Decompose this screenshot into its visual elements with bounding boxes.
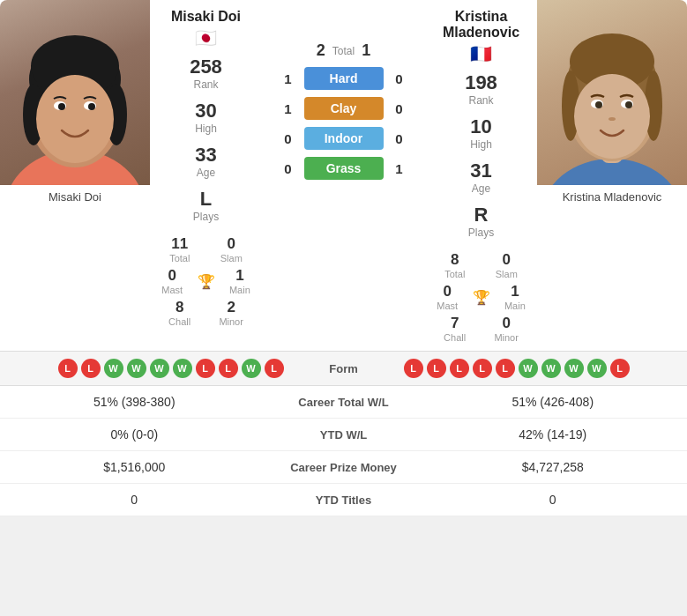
stats-row-left-val: 51% (398-380) (13, 395, 256, 409)
form-badge-right: W (564, 359, 584, 378)
right-slam: 0 Slam (496, 251, 518, 279)
clay-right-score: 0 (391, 101, 408, 116)
center-panel: 2 Total 1 1 Hard 0 1 Clay 0 0 Indoor (262, 0, 425, 351)
clay-button[interactable]: Clay (304, 97, 384, 120)
right-rank-num: 198 (465, 71, 497, 94)
left-total-num: 11 (169, 235, 190, 253)
stats-row-right-val: $4,727,258 (432, 460, 675, 474)
left-chall-num: 8 (168, 299, 190, 316)
left-main-num: 1 (229, 267, 250, 285)
left-player-photo (0, 0, 150, 185)
form-badge-left: W (127, 359, 146, 378)
left-slam-num: 0 (220, 235, 243, 253)
right-slam-num: 0 (496, 251, 518, 269)
total-label: Total (332, 45, 355, 57)
right-slam-lbl: Slam (496, 269, 518, 279)
svg-point-11 (88, 103, 95, 110)
left-rank-label: Rank (190, 78, 222, 91)
court-row-grass: 0 Grass 1 (262, 157, 425, 180)
left-mast-num: 0 (161, 267, 183, 285)
left-age-num: 33 (195, 144, 216, 167)
right-main-lbl: Main (504, 301, 526, 311)
stats-row-center-label: Career Prize Money (256, 461, 432, 474)
form-badge-right: L (404, 359, 423, 378)
left-high-block: 30 High (195, 100, 217, 135)
form-badge-left: W (150, 359, 169, 378)
left-minor: 2 Minor (219, 299, 243, 327)
left-mast: 0 Mast (161, 267, 183, 295)
left-chall: 8 Chall (168, 299, 190, 327)
right-mast-lbl: Mast (437, 301, 458, 311)
left-mast-row: 0 Mast 🏆 1 Main (154, 267, 258, 295)
clay-left-score: 1 (280, 101, 297, 116)
right-player-photo-col: Kristina Mladenovic (537, 0, 687, 351)
form-badge-left: L (219, 359, 238, 378)
form-badge-left: L (81, 359, 101, 378)
right-rank-block: 198 Rank (465, 71, 497, 107)
right-high-label: High (470, 138, 492, 151)
left-minor-lbl: Minor (219, 316, 243, 327)
left-age-block: 33 Age (195, 144, 216, 179)
indoor-left-score: 0 (280, 131, 297, 146)
left-plays-val: L (193, 188, 219, 211)
left-main: 1 Main (229, 267, 250, 295)
form-badge-left: L (265, 359, 284, 378)
right-stats-panel: Kristina Mladenovic 🇫🇷 198 Rank 10 High … (425, 0, 537, 351)
form-badge-left: W (242, 359, 261, 378)
trophy-icon-right: 🏆 (473, 289, 490, 306)
stats-row-right-val: 42% (14-19) (432, 427, 675, 442)
hard-button[interactable]: Hard (304, 67, 384, 90)
form-right: LLLLLWWWWL (404, 359, 679, 378)
left-age-label: Age (195, 167, 216, 179)
left-main-lbl: Main (229, 285, 250, 295)
right-high-num: 10 (470, 115, 492, 138)
left-slam: 0 Slam (220, 235, 243, 263)
left-mast-lbl: Mast (161, 285, 183, 295)
form-badge-right: L (427, 359, 446, 378)
stats-row-center-label: YTD W/L (256, 428, 432, 442)
svg-point-10 (58, 103, 65, 110)
left-slam-lbl: Slam (220, 253, 243, 263)
right-player-name: Kristina Mladenovic (429, 9, 533, 41)
form-badge-right: W (587, 359, 607, 378)
right-flag: 🇫🇷 (429, 43, 533, 64)
left-plays-label: Plays (193, 211, 219, 223)
right-player-name-below: Kristina Mladenovic (537, 185, 687, 207)
form-badge-right: L (450, 359, 469, 378)
right-mast-row: 0 Mast 🏆 1 Main (429, 283, 533, 311)
left-score: 2 (317, 41, 325, 60)
left-high-num: 30 (195, 100, 217, 122)
left-player-name-below: Misaki Doi (0, 185, 150, 207)
right-plays-label: Plays (468, 226, 494, 239)
right-minor-lbl: Minor (494, 332, 519, 343)
left-minor-num: 2 (219, 299, 243, 316)
form-badge-left: L (196, 359, 215, 378)
stats-row-right-val: 0 (432, 493, 675, 507)
left-chall-lbl: Chall (168, 316, 190, 327)
right-mast: 0 Mast (437, 283, 458, 311)
left-rank-num: 258 (190, 56, 222, 78)
right-stats-row1: 8 Total 0 Slam (429, 251, 533, 279)
grass-left-score: 0 (280, 161, 297, 176)
right-high-block: 10 High (470, 115, 492, 151)
stats-row: $1,516,000Career Prize Money$4,727,258 (0, 451, 687, 484)
svg-point-22 (595, 101, 602, 108)
right-stats-row3: 7 Chall 0 Minor (429, 315, 533, 343)
middle-section: Misaki Doi 🇯🇵 258 Rank 30 High 33 Age (150, 0, 537, 351)
hard-right-score: 0 (391, 71, 408, 86)
right-score: 1 (362, 41, 370, 60)
left-player-photo-col: Misaki Doi (0, 0, 150, 351)
right-plays-val: R (468, 204, 494, 226)
stats-row-left-val: 0 (13, 493, 256, 507)
right-mast-num: 0 (437, 283, 458, 301)
indoor-button[interactable]: Indoor (304, 127, 384, 150)
right-chall-lbl: Chall (444, 332, 466, 343)
stats-row-center-label: Career Total W/L (256, 396, 432, 409)
left-stats-row1: 11 Total 0 Slam (154, 235, 258, 263)
right-player-photo (537, 0, 687, 185)
score-row: 2 Total 1 (317, 41, 370, 60)
left-high-label: High (195, 122, 217, 135)
grass-button[interactable]: Grass (304, 157, 384, 180)
form-badge-left: W (173, 359, 192, 378)
left-stats-row3: 8 Chall 2 Minor (154, 299, 258, 327)
